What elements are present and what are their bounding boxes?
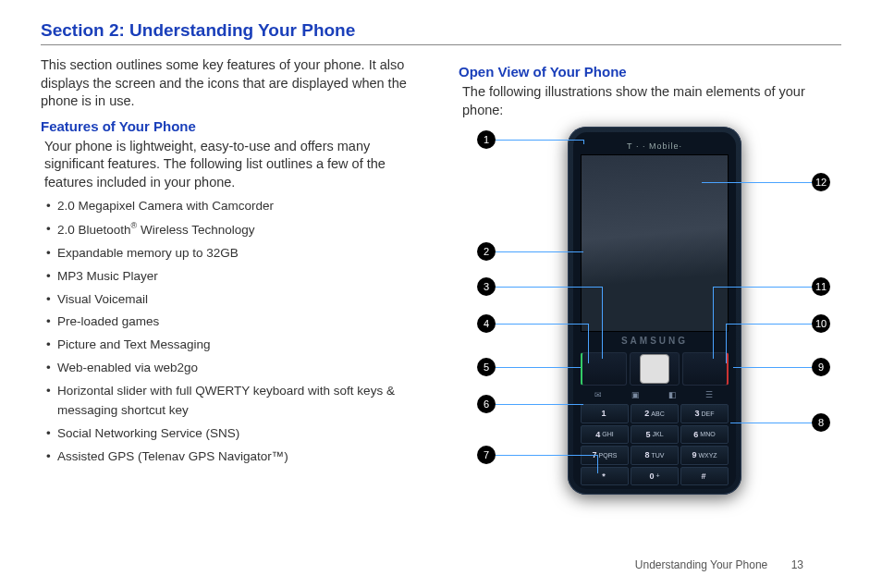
num-key-8: 8TUV <box>631 446 679 465</box>
num-key-9: 9WXYZ <box>680 446 729 465</box>
num-key-0: 0+ <box>631 467 679 486</box>
callout-2: 2 <box>477 242 496 261</box>
manufacturer-logo: SAMSUNG <box>568 336 741 346</box>
callout-5: 5 <box>477 358 496 376</box>
shortcut-icon: ☰ <box>705 390 715 399</box>
open-view-intro: The following illustrations show the mai… <box>462 83 841 119</box>
callout-7: 7 <box>477 446 496 464</box>
num-key-1: 1 <box>581 404 629 423</box>
dpad <box>630 352 680 386</box>
feature-item: 2.0 Bluetooth® Wireless Technology <box>46 220 423 239</box>
callout-12: 12 <box>812 173 830 191</box>
num-key-star: * <box>581 467 629 486</box>
page-number: 13 <box>791 558 803 571</box>
footer-text: Understanding Your Phone <box>635 558 767 571</box>
shortcut-icon-row: ✉ ▣ ◧ ☰ <box>581 388 729 401</box>
feature-item: Social Networking Service (SNS) <box>46 424 423 444</box>
callout-3: 3 <box>477 277 496 296</box>
callout-8: 8 <box>812 413 830 432</box>
shortcut-icon: ▣ <box>631 390 641 399</box>
feature-item: Pre-loaded games <box>46 312 423 332</box>
callout-11: 11 <box>812 277 830 296</box>
num-key-3: 3DEF <box>680 404 729 423</box>
phone-screen <box>581 154 729 332</box>
shortcut-icon: ✉ <box>594 390 604 399</box>
num-key-4: 4GHI <box>581 425 629 445</box>
feature-item: Web-enabled via web2go <box>46 359 423 378</box>
feature-item: Assisted GPS (Telenav GPS Navigator™) <box>46 447 423 467</box>
num-key-5: 5JKL <box>631 425 679 445</box>
feature-item: Expandable memory up to 32GB <box>46 244 423 263</box>
feature-item: 2.0 Megapixel Camera with Camcorder <box>46 197 423 216</box>
intro-paragraph: This section outlines some key features … <box>41 56 423 111</box>
shortcut-icon: ◧ <box>668 390 678 399</box>
callout-10: 10 <box>812 314 830 333</box>
callout-9: 9 <box>812 358 830 376</box>
num-key-hash: # <box>680 467 729 486</box>
num-key-6: 6MNO <box>680 425 729 445</box>
num-key-2: 2ABC <box>631 404 679 423</box>
callout-1: 1 <box>477 130 496 149</box>
right-column: Open View of Your Phone The following il… <box>459 56 841 506</box>
features-list: 2.0 Megapixel Camera with Camcorder 2.0 … <box>46 197 423 467</box>
callout-6: 6 <box>477 395 496 413</box>
open-view-heading: Open View of Your Phone <box>459 64 841 80</box>
keypad: 1 2ABC 3DEF 4GHI 5JKL 6MNO 7PQRS 8TUV 9W… <box>581 404 729 485</box>
feature-item: Horizontal slider with full QWERTY keybo… <box>46 382 423 421</box>
section-title: Section 2: Understanding Your Phone <box>41 20 841 41</box>
features-intro: Your phone is lightweight, easy-to-use a… <box>44 138 423 192</box>
callout-4: 4 <box>477 314 496 333</box>
right-soft-key <box>682 352 729 386</box>
phone-diagram: T · · Mobile· SAMSUNG ✉ ▣ ◧ ☰ <box>459 127 841 506</box>
page-footer: Understanding Your Phone 13 <box>635 558 803 571</box>
nav-row <box>581 352 729 386</box>
feature-item: Visual Voicemail <box>46 290 423 310</box>
carrier-brand: T · · Mobile· <box>568 141 741 151</box>
title-rule <box>41 44 841 45</box>
features-heading: Features of Your Phone <box>41 118 423 134</box>
left-column: This section outlines some key features … <box>41 56 423 506</box>
feature-item: Picture and Text Messaging <box>46 336 423 355</box>
feature-item: MP3 Music Player <box>46 267 423 287</box>
